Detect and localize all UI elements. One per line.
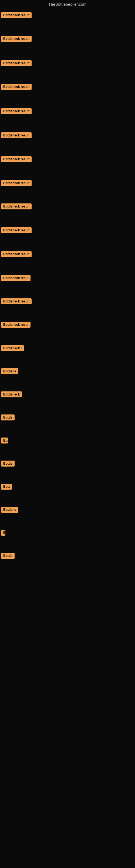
result-row-18: Bottle: [1, 414, 14, 422]
result-row-3: Bottleneck result: [1, 60, 32, 67]
bottleneck-badge-1[interactable]: Bottleneck result: [1, 12, 32, 18]
bottleneck-badge-20[interactable]: Bottle: [1, 461, 14, 467]
result-row-12: Bottleneck resul: [1, 275, 31, 282]
bottleneck-badge-22[interactable]: Bottlene: [1, 507, 18, 513]
result-row-2: Bottleneck result: [1, 36, 32, 43]
bottleneck-badge-8[interactable]: Bottleneck result: [1, 180, 32, 186]
bottleneck-badge-18[interactable]: Bottle: [1, 414, 14, 421]
bottleneck-badge-5[interactable]: Bottleneck result: [1, 108, 32, 114]
result-row-20: Bottle: [1, 461, 14, 468]
result-row-5: Bottleneck result: [1, 108, 32, 115]
result-row-13: Bottleneck result: [1, 299, 32, 305]
result-row-16: Bottlene: [1, 368, 18, 375]
result-row-7: Bottleneck result: [1, 156, 32, 163]
bottleneck-badge-9[interactable]: Bottleneck result: [1, 204, 32, 209]
result-row-24: Bottle: [1, 553, 14, 560]
bottleneck-badge-21[interactable]: Bott: [1, 484, 12, 490]
bottleneck-badge-12[interactable]: Bottleneck resul: [1, 275, 31, 281]
bottleneck-badge-15[interactable]: Bottleneck r: [1, 345, 24, 351]
result-row-1: Bottleneck result: [1, 12, 32, 19]
bottleneck-badge-7[interactable]: Bottleneck result: [1, 156, 32, 162]
bottleneck-badge-4[interactable]: Bottleneck result: [1, 84, 32, 90]
bottleneck-badge-2[interactable]: Bottleneck result: [1, 36, 32, 42]
result-row-9: Bottleneck result: [1, 204, 32, 211]
result-row-23: B: [1, 530, 5, 537]
site-title: TheBottlenecker.com: [0, 0, 135, 8]
bottleneck-badge-14[interactable]: Bottleneck resul: [1, 322, 31, 328]
result-row-19: Bo: [1, 437, 8, 444]
bottleneck-badge-19[interactable]: Bo: [1, 437, 8, 443]
result-row-8: Bottleneck result: [1, 180, 32, 187]
bottleneck-badge-24[interactable]: Bottle: [1, 553, 14, 559]
result-row-15: Bottleneck r: [1, 345, 24, 352]
result-row-14: Bottleneck resul: [1, 322, 31, 329]
result-row-22: Bottlene: [1, 507, 18, 514]
result-row-17: Bottleneck: [1, 392, 22, 399]
result-row-21: Bott: [1, 484, 12, 491]
bottleneck-badge-10[interactable]: Bottleneck result: [1, 227, 32, 233]
result-row-11: Bottleneck result: [1, 251, 32, 258]
result-row-4: Bottleneck result: [1, 84, 32, 91]
bottleneck-badge-23[interactable]: B: [1, 530, 5, 536]
bottleneck-badge-6[interactable]: Bottleneck result: [1, 132, 32, 138]
bottleneck-badge-3[interactable]: Bottleneck result: [1, 60, 32, 66]
bottleneck-badge-11[interactable]: Bottleneck result: [1, 251, 32, 257]
result-row-6: Bottleneck result: [1, 132, 32, 140]
bottleneck-badge-13[interactable]: Bottleneck result: [1, 299, 32, 304]
bottleneck-badge-16[interactable]: Bottlene: [1, 368, 18, 374]
result-row-10: Bottleneck result: [1, 227, 32, 235]
bottleneck-badge-17[interactable]: Bottleneck: [1, 392, 22, 397]
